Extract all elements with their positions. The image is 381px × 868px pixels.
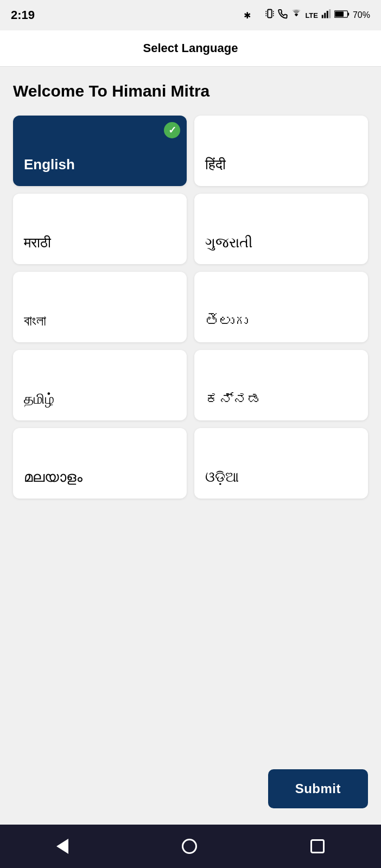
- language-label-odia: ଓଡ଼ିଆ: [205, 469, 239, 486]
- svg-rect-13: [335, 11, 344, 17]
- language-grid: English हिंदी मराठी ગુજરાતી বাংলা తెలుగు…: [13, 116, 368, 499]
- status-icons: ✱ LT: [244, 9, 370, 22]
- language-label-marathi: मराठी: [24, 234, 51, 251]
- svg-rect-0: [268, 10, 272, 18]
- language-option-tamil[interactable]: தமிழ்: [13, 350, 187, 420]
- language-option-english[interactable]: English: [13, 116, 187, 186]
- svg-rect-7: [322, 15, 323, 18]
- page-title: Select Language: [143, 41, 238, 55]
- main-content: Welcome To Himani Mitra English हिंदी मर…: [0, 67, 381, 758]
- bluetooth-icon: ✱: [244, 10, 251, 21]
- svg-rect-12: [347, 12, 349, 15]
- wifi-icon: [291, 9, 302, 21]
- language-label-tamil: தமிழ்: [24, 391, 54, 407]
- language-label-hindi: हिंदी: [205, 156, 226, 173]
- language-option-telugu[interactable]: తెలుగు: [194, 272, 368, 342]
- language-label-english: English: [24, 156, 75, 173]
- lte-icon: LTE: [305, 11, 318, 20]
- svg-rect-9: [327, 11, 328, 18]
- submit-area: Submit: [0, 758, 381, 825]
- status-time: 2:19: [11, 8, 35, 22]
- home-button[interactable]: [182, 839, 197, 854]
- language-label-gujarati: ગુજરાતી: [205, 234, 252, 251]
- navigation-bar: [0, 825, 381, 868]
- language-option-kannada[interactable]: ಕನ್ನಡ: [194, 350, 368, 420]
- language-option-odia[interactable]: ଓଡ଼ିଆ: [194, 428, 368, 499]
- language-option-bangla[interactable]: বাংলা: [13, 272, 187, 342]
- battery-percentage: 70%: [353, 10, 370, 20]
- svg-rect-10: [329, 9, 331, 18]
- status-bar: 2:19 ✱: [0, 0, 381, 30]
- language-option-gujarati[interactable]: ગુજરાતી: [194, 194, 368, 264]
- page-header: Select Language: [0, 30, 381, 67]
- language-option-malayalam[interactable]: മലയാളം: [13, 428, 187, 499]
- language-label-bangla: বাংলা: [24, 312, 46, 329]
- phone-icon: [278, 9, 288, 21]
- svg-rect-8: [324, 13, 326, 18]
- selected-checkmark: [164, 122, 180, 138]
- vibrate-icon: [254, 9, 275, 22]
- back-icon: [56, 839, 68, 854]
- language-label-malayalam: മലയാളം: [24, 469, 82, 486]
- battery-icon: [334, 10, 350, 21]
- language-label-kannada: ಕನ್ನಡ: [205, 391, 262, 407]
- language-label-telugu: తెలుగు: [205, 312, 247, 329]
- welcome-heading: Welcome To Himani Mitra: [13, 82, 368, 100]
- back-button[interactable]: [56, 839, 68, 854]
- recents-icon: [310, 839, 325, 853]
- submit-button[interactable]: Submit: [268, 769, 368, 808]
- home-icon: [182, 839, 197, 854]
- language-option-marathi[interactable]: मराठी: [13, 194, 187, 264]
- recents-button[interactable]: [310, 839, 325, 853]
- signal-icon: [321, 9, 331, 21]
- language-option-hindi[interactable]: हिंदी: [194, 116, 368, 186]
